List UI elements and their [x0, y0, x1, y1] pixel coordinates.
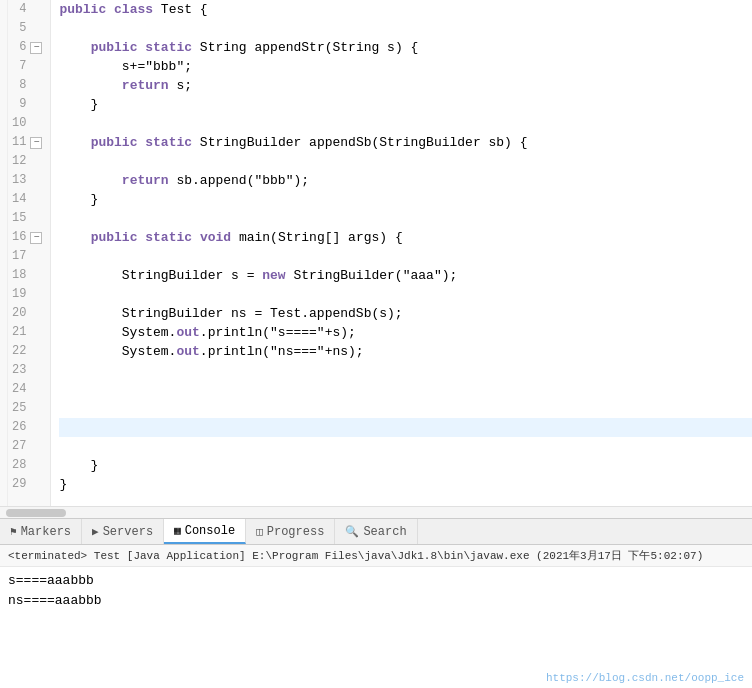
code-line-13: return sb.append("bbb");: [59, 171, 752, 190]
line-number-10: 10: [12, 114, 42, 133]
markers-tab-label: Markers: [21, 525, 71, 539]
code-line-14: }: [59, 190, 752, 209]
code-line-6: public static String appendStr(String s)…: [59, 38, 752, 57]
tab-markers[interactable]: ⚑Markers: [0, 519, 82, 544]
code-line-20: StringBuilder ns = Test.appendSb(s);: [59, 304, 752, 323]
markers-tab-icon: ⚑: [10, 525, 17, 538]
line-number-27: 27: [12, 437, 42, 456]
code-line-10: [59, 114, 752, 133]
servers-tab-label: Servers: [103, 525, 153, 539]
line-number-8: 8: [12, 76, 42, 95]
code-line-19: [59, 285, 752, 304]
line-number-26: 26: [12, 418, 42, 437]
line-number-11: 11−: [12, 133, 42, 152]
output-line: s====aaabbb: [8, 571, 744, 591]
line-number-22: 22: [12, 342, 42, 361]
line-number-16: 16−: [12, 228, 42, 247]
line-number-21: 21: [12, 323, 42, 342]
fold-marker-6[interactable]: −: [30, 42, 42, 54]
line-number-20: 20: [12, 304, 42, 323]
line-number-25: 25: [12, 399, 42, 418]
code-line-4: public class Test {: [59, 0, 752, 19]
console-tab-icon: ▦: [174, 524, 181, 537]
code-line-28: }: [59, 456, 752, 475]
code-line-5: [59, 19, 752, 38]
code-line-8: return s;: [59, 76, 752, 95]
code-line-29: }: [59, 475, 752, 494]
tab-search[interactable]: 🔍Search: [335, 519, 417, 544]
code-line-9: }: [59, 95, 752, 114]
code-editor: 456−7891011−1213141516−17181920212223242…: [0, 0, 752, 518]
console-header: <terminated> Test [Java Application] E:\…: [0, 545, 752, 567]
watermark: https://blog.csdn.net/oopp_ice: [546, 672, 744, 684]
code-line-16: public static void main(String[] args) {: [59, 228, 752, 247]
scrollbar-thumb[interactable]: [6, 509, 66, 517]
line-number-18: 18: [12, 266, 42, 285]
code-line-17: [59, 247, 752, 266]
code-line-23: [59, 361, 752, 380]
line-number-19: 19: [12, 285, 42, 304]
line-numbers: 456−7891011−1213141516−17181920212223242…: [8, 0, 51, 506]
search-tab-icon: 🔍: [345, 525, 359, 538]
line-number-15: 15: [12, 209, 42, 228]
code-line-26: [59, 418, 752, 437]
console-output: s====aaabbbns====aaabbb: [0, 567, 752, 688]
line-number-17: 17: [12, 247, 42, 266]
bottom-content: <terminated> Test [Java Application] E:\…: [0, 545, 752, 688]
line-number-13: 13: [12, 171, 42, 190]
code-line-12: [59, 152, 752, 171]
left-gutter: [0, 0, 8, 506]
code-line-22: System.out.println("ns==="+ns);: [59, 342, 752, 361]
line-number-4: 4: [12, 0, 42, 19]
tab-servers[interactable]: ▶Servers: [82, 519, 164, 544]
line-number-14: 14: [12, 190, 42, 209]
tab-console[interactable]: ▦Console: [164, 519, 246, 544]
line-number-12: 12: [12, 152, 42, 171]
line-number-24: 24: [12, 380, 42, 399]
search-tab-label: Search: [363, 525, 406, 539]
code-line-24: [59, 380, 752, 399]
line-number-5: 5: [12, 19, 42, 38]
line-number-6: 6−: [12, 38, 42, 57]
progress-tab-label: Progress: [267, 525, 325, 539]
line-number-7: 7: [12, 57, 42, 76]
code-line-7: s+="bbb";: [59, 57, 752, 76]
horizontal-scrollbar[interactable]: [0, 506, 752, 518]
bottom-panel-wrapper: ⚑Markers▶Servers▦Console◫Progress🔍Search…: [0, 518, 752, 688]
console-tab-label: Console: [185, 524, 235, 538]
bottom-tabs: ⚑Markers▶Servers▦Console◫Progress🔍Search: [0, 519, 752, 545]
fold-marker-16[interactable]: −: [30, 232, 42, 244]
code-line-25: [59, 399, 752, 418]
line-number-23: 23: [12, 361, 42, 380]
line-number-29: 29: [12, 475, 42, 494]
code-content[interactable]: public class Test { public static String…: [51, 0, 752, 506]
code-line-11: public static StringBuilder appendSb(Str…: [59, 133, 752, 152]
code-line-15: [59, 209, 752, 228]
output-line: ns====aaabbb: [8, 591, 744, 611]
fold-marker-11[interactable]: −: [30, 137, 42, 149]
line-number-9: 9: [12, 95, 42, 114]
bottom-panel: ⚑Markers▶Servers▦Console◫Progress🔍Search…: [0, 518, 752, 688]
line-number-28: 28: [12, 456, 42, 475]
servers-tab-icon: ▶: [92, 525, 99, 538]
tab-progress[interactable]: ◫Progress: [246, 519, 335, 544]
code-line-18: StringBuilder s = new StringBuilder("aaa…: [59, 266, 752, 285]
progress-tab-icon: ◫: [256, 525, 263, 538]
code-line-21: System.out.println("s===="+s);: [59, 323, 752, 342]
code-line-27: [59, 437, 752, 456]
